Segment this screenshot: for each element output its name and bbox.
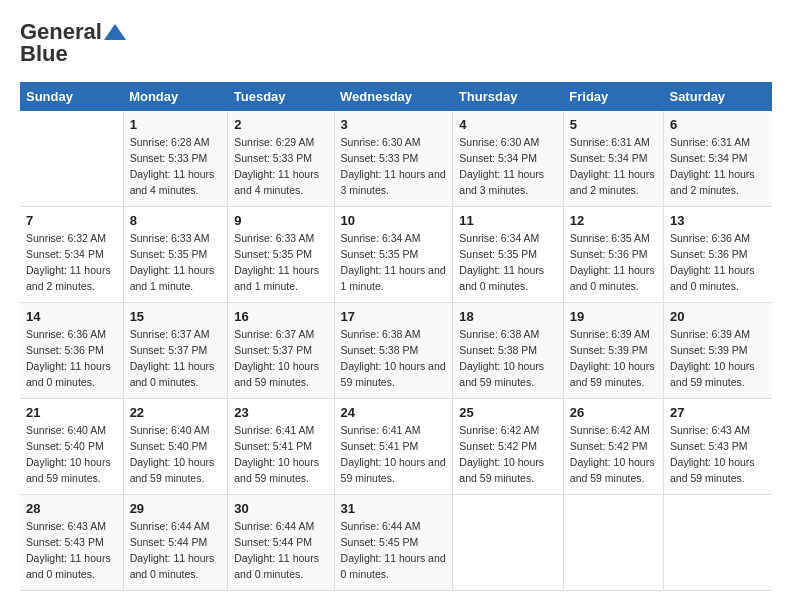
calendar-cell: 3Sunrise: 6:30 AMSunset: 5:33 PMDaylight…	[334, 111, 453, 207]
calendar-cell: 28Sunrise: 6:43 AMSunset: 5:43 PMDayligh…	[20, 495, 123, 591]
calendar-cell: 16Sunrise: 6:37 AMSunset: 5:37 PMDayligh…	[228, 303, 334, 399]
weekday-header-thursday: Thursday	[453, 82, 563, 111]
day-info: Sunrise: 6:31 AMSunset: 5:34 PMDaylight:…	[670, 135, 766, 198]
logo-icon	[104, 24, 126, 40]
calendar-cell: 23Sunrise: 6:41 AMSunset: 5:41 PMDayligh…	[228, 399, 334, 495]
day-number: 24	[341, 405, 447, 420]
day-number: 4	[459, 117, 556, 132]
day-info: Sunrise: 6:30 AMSunset: 5:33 PMDaylight:…	[341, 135, 447, 198]
calendar-cell: 29Sunrise: 6:44 AMSunset: 5:44 PMDayligh…	[123, 495, 228, 591]
day-number: 8	[130, 213, 222, 228]
calendar-cell: 15Sunrise: 6:37 AMSunset: 5:37 PMDayligh…	[123, 303, 228, 399]
weekday-header-sunday: Sunday	[20, 82, 123, 111]
day-info: Sunrise: 6:39 AMSunset: 5:39 PMDaylight:…	[670, 327, 766, 390]
day-number: 19	[570, 309, 657, 324]
weekday-header-row: SundayMondayTuesdayWednesdayThursdayFrid…	[20, 82, 772, 111]
calendar-cell: 7Sunrise: 6:32 AMSunset: 5:34 PMDaylight…	[20, 207, 123, 303]
day-number: 22	[130, 405, 222, 420]
calendar-cell: 19Sunrise: 6:39 AMSunset: 5:39 PMDayligh…	[563, 303, 663, 399]
day-info: Sunrise: 6:42 AMSunset: 5:42 PMDaylight:…	[459, 423, 556, 486]
weekday-header-monday: Monday	[123, 82, 228, 111]
calendar-cell: 30Sunrise: 6:44 AMSunset: 5:44 PMDayligh…	[228, 495, 334, 591]
day-info: Sunrise: 6:38 AMSunset: 5:38 PMDaylight:…	[459, 327, 556, 390]
calendar-cell: 6Sunrise: 6:31 AMSunset: 5:34 PMDaylight…	[663, 111, 772, 207]
week-row-4: 21Sunrise: 6:40 AMSunset: 5:40 PMDayligh…	[20, 399, 772, 495]
calendar-cell: 21Sunrise: 6:40 AMSunset: 5:40 PMDayligh…	[20, 399, 123, 495]
day-info: Sunrise: 6:38 AMSunset: 5:38 PMDaylight:…	[341, 327, 447, 390]
day-number: 12	[570, 213, 657, 228]
day-number: 1	[130, 117, 222, 132]
day-info: Sunrise: 6:43 AMSunset: 5:43 PMDaylight:…	[26, 519, 117, 582]
day-info: Sunrise: 6:41 AMSunset: 5:41 PMDaylight:…	[234, 423, 327, 486]
day-number: 17	[341, 309, 447, 324]
calendar-cell: 14Sunrise: 6:36 AMSunset: 5:36 PMDayligh…	[20, 303, 123, 399]
day-info: Sunrise: 6:44 AMSunset: 5:45 PMDaylight:…	[341, 519, 447, 582]
calendar-cell: 1Sunrise: 6:28 AMSunset: 5:33 PMDaylight…	[123, 111, 228, 207]
day-number: 25	[459, 405, 556, 420]
day-number: 9	[234, 213, 327, 228]
day-number: 28	[26, 501, 117, 516]
day-number: 13	[670, 213, 766, 228]
page-header: General Blue	[20, 20, 772, 66]
calendar-cell: 24Sunrise: 6:41 AMSunset: 5:41 PMDayligh…	[334, 399, 453, 495]
day-info: Sunrise: 6:30 AMSunset: 5:34 PMDaylight:…	[459, 135, 556, 198]
day-number: 2	[234, 117, 327, 132]
day-info: Sunrise: 6:36 AMSunset: 5:36 PMDaylight:…	[26, 327, 117, 390]
day-number: 10	[341, 213, 447, 228]
day-number: 23	[234, 405, 327, 420]
day-info: Sunrise: 6:39 AMSunset: 5:39 PMDaylight:…	[570, 327, 657, 390]
calendar-cell: 22Sunrise: 6:40 AMSunset: 5:40 PMDayligh…	[123, 399, 228, 495]
calendar-cell: 26Sunrise: 6:42 AMSunset: 5:42 PMDayligh…	[563, 399, 663, 495]
week-row-2: 7Sunrise: 6:32 AMSunset: 5:34 PMDaylight…	[20, 207, 772, 303]
calendar-cell	[453, 495, 563, 591]
calendar-cell: 2Sunrise: 6:29 AMSunset: 5:33 PMDaylight…	[228, 111, 334, 207]
svg-marker-0	[104, 24, 126, 40]
day-info: Sunrise: 6:42 AMSunset: 5:42 PMDaylight:…	[570, 423, 657, 486]
calendar-cell: 4Sunrise: 6:30 AMSunset: 5:34 PMDaylight…	[453, 111, 563, 207]
day-number: 7	[26, 213, 117, 228]
calendar-cell: 20Sunrise: 6:39 AMSunset: 5:39 PMDayligh…	[663, 303, 772, 399]
calendar-cell: 13Sunrise: 6:36 AMSunset: 5:36 PMDayligh…	[663, 207, 772, 303]
weekday-header-friday: Friday	[563, 82, 663, 111]
calendar-cell: 8Sunrise: 6:33 AMSunset: 5:35 PMDaylight…	[123, 207, 228, 303]
day-number: 15	[130, 309, 222, 324]
day-info: Sunrise: 6:37 AMSunset: 5:37 PMDaylight:…	[234, 327, 327, 390]
day-info: Sunrise: 6:36 AMSunset: 5:36 PMDaylight:…	[670, 231, 766, 294]
calendar-table: SundayMondayTuesdayWednesdayThursdayFrid…	[20, 82, 772, 591]
week-row-1: 1Sunrise: 6:28 AMSunset: 5:33 PMDaylight…	[20, 111, 772, 207]
day-number: 31	[341, 501, 447, 516]
logo: General Blue	[20, 20, 126, 66]
day-number: 30	[234, 501, 327, 516]
day-info: Sunrise: 6:34 AMSunset: 5:35 PMDaylight:…	[341, 231, 447, 294]
day-number: 6	[670, 117, 766, 132]
logo-blue: Blue	[20, 42, 68, 66]
day-number: 18	[459, 309, 556, 324]
day-info: Sunrise: 6:40 AMSunset: 5:40 PMDaylight:…	[130, 423, 222, 486]
day-info: Sunrise: 6:34 AMSunset: 5:35 PMDaylight:…	[459, 231, 556, 294]
day-info: Sunrise: 6:37 AMSunset: 5:37 PMDaylight:…	[130, 327, 222, 390]
week-row-5: 28Sunrise: 6:43 AMSunset: 5:43 PMDayligh…	[20, 495, 772, 591]
day-info: Sunrise: 6:35 AMSunset: 5:36 PMDaylight:…	[570, 231, 657, 294]
calendar-cell: 27Sunrise: 6:43 AMSunset: 5:43 PMDayligh…	[663, 399, 772, 495]
weekday-header-tuesday: Tuesday	[228, 82, 334, 111]
day-info: Sunrise: 6:43 AMSunset: 5:43 PMDaylight:…	[670, 423, 766, 486]
day-number: 26	[570, 405, 657, 420]
day-number: 20	[670, 309, 766, 324]
day-info: Sunrise: 6:44 AMSunset: 5:44 PMDaylight:…	[234, 519, 327, 582]
calendar-cell: 18Sunrise: 6:38 AMSunset: 5:38 PMDayligh…	[453, 303, 563, 399]
day-info: Sunrise: 6:29 AMSunset: 5:33 PMDaylight:…	[234, 135, 327, 198]
day-info: Sunrise: 6:31 AMSunset: 5:34 PMDaylight:…	[570, 135, 657, 198]
day-info: Sunrise: 6:33 AMSunset: 5:35 PMDaylight:…	[130, 231, 222, 294]
calendar-cell: 31Sunrise: 6:44 AMSunset: 5:45 PMDayligh…	[334, 495, 453, 591]
calendar-cell: 11Sunrise: 6:34 AMSunset: 5:35 PMDayligh…	[453, 207, 563, 303]
day-number: 29	[130, 501, 222, 516]
calendar-cell: 10Sunrise: 6:34 AMSunset: 5:35 PMDayligh…	[334, 207, 453, 303]
day-number: 16	[234, 309, 327, 324]
calendar-cell	[663, 495, 772, 591]
day-number: 3	[341, 117, 447, 132]
week-row-3: 14Sunrise: 6:36 AMSunset: 5:36 PMDayligh…	[20, 303, 772, 399]
day-info: Sunrise: 6:44 AMSunset: 5:44 PMDaylight:…	[130, 519, 222, 582]
calendar-cell	[20, 111, 123, 207]
calendar-cell: 5Sunrise: 6:31 AMSunset: 5:34 PMDaylight…	[563, 111, 663, 207]
calendar-cell	[563, 495, 663, 591]
